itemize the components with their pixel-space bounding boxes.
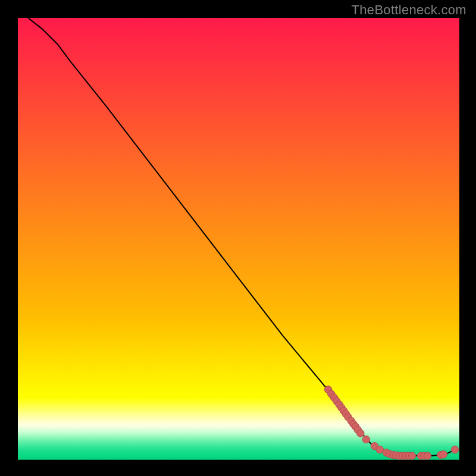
svg-rect-8 <box>18 437 459 442</box>
data-point <box>451 446 458 453</box>
svg-rect-10 <box>18 446 459 451</box>
data-point <box>376 446 383 453</box>
svg-rect-3 <box>18 397 459 420</box>
data-point <box>362 436 369 443</box>
gradient-background <box>18 18 459 460</box>
svg-rect-5 <box>18 424 459 429</box>
svg-rect-1 <box>18 18 459 318</box>
bottleneck-chart: TheBottleneck.com <box>0 0 476 476</box>
svg-rect-9 <box>18 441 459 446</box>
data-point <box>357 430 364 437</box>
data-point <box>440 451 447 458</box>
svg-rect-4 <box>18 419 459 424</box>
data-point <box>408 452 415 459</box>
chart-svg <box>0 0 476 476</box>
data-point <box>424 452 431 459</box>
svg-rect-7 <box>18 433 459 437</box>
svg-rect-6 <box>18 428 459 433</box>
svg-rect-2 <box>18 318 459 398</box>
watermark-text: TheBottleneck.com <box>352 2 466 18</box>
